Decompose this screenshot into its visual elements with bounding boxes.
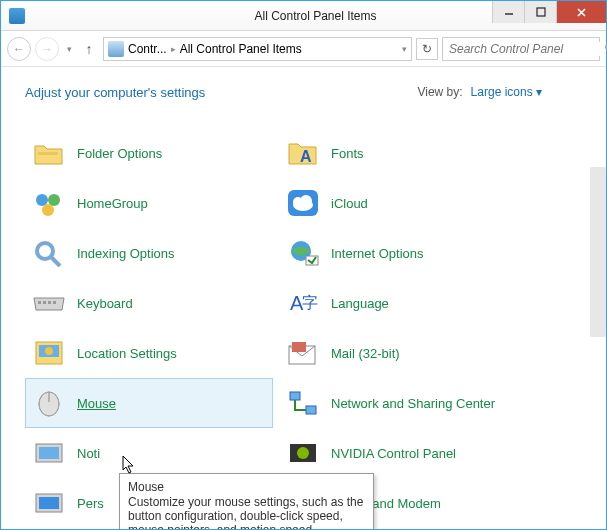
- close-button[interactable]: [556, 1, 606, 23]
- svg-rect-27: [306, 406, 316, 414]
- history-dropdown[interactable]: ▾: [63, 44, 75, 54]
- control-panel-item[interactable]: AFonts: [279, 128, 527, 178]
- navigation-bar: ← → ▾ ↑ Contr... ▸ All Control Panel Ite…: [1, 31, 606, 67]
- control-panel-item[interactable]: HomeGroup: [25, 178, 273, 228]
- tooltip: Mouse Customize your mouse settings, suc…: [119, 473, 374, 529]
- breadcrumb-separator: ▸: [171, 44, 176, 54]
- item-label: Mail (32-bit): [331, 346, 400, 361]
- location-icon: [31, 335, 67, 371]
- search-input[interactable]: [449, 42, 600, 56]
- control-panel-item[interactable]: Internet Options: [279, 228, 527, 278]
- svg-point-4: [48, 194, 60, 206]
- svg-point-9: [300, 195, 312, 207]
- svg-rect-16: [53, 301, 56, 304]
- item-label: Language: [331, 296, 389, 311]
- control-panel-item[interactable]: Location Settings: [25, 328, 273, 378]
- control-panel-item[interactable]: Noti: [25, 428, 273, 478]
- svg-point-10: [37, 243, 53, 259]
- language-icon: A字: [285, 285, 321, 321]
- item-label: Location Settings: [77, 346, 177, 361]
- item-label: Internet Options: [331, 246, 424, 261]
- internet-icon: [285, 235, 321, 271]
- svg-point-31: [297, 447, 309, 459]
- breadcrumb-2[interactable]: All Control Panel Items: [180, 42, 302, 56]
- control-panel-item[interactable]: NVIDIA Control Panel: [279, 428, 527, 478]
- item-label: Noti: [77, 446, 100, 461]
- svg-rect-0: [537, 8, 545, 16]
- item-label: iCloud: [331, 196, 368, 211]
- item-label: Folder Options: [77, 146, 162, 161]
- item-label: Pers: [77, 496, 104, 511]
- address-bar[interactable]: Contr... ▸ All Control Panel Items ▾: [103, 37, 412, 61]
- homegroup-icon: [31, 185, 67, 221]
- item-label: Fonts: [331, 146, 364, 161]
- indexing-icon: [31, 235, 67, 271]
- item-label: Network and Sharing Center: [331, 396, 495, 411]
- fonts-icon: A: [285, 135, 321, 171]
- minimize-button[interactable]: [492, 1, 524, 23]
- maximize-button[interactable]: [524, 1, 556, 23]
- network-icon: [285, 385, 321, 421]
- control-panel-item[interactable]: Folder Options: [25, 128, 273, 178]
- back-button[interactable]: ←: [7, 37, 31, 61]
- app-icon: [9, 8, 25, 24]
- address-icon: [108, 41, 124, 57]
- tooltip-body: Customize your mouse settings, such as t…: [128, 495, 365, 529]
- folder-icon: [31, 135, 67, 171]
- control-panel-window: All Control Panel Items ← → ▾ ↑ Contr...…: [0, 0, 607, 530]
- breadcrumb-1[interactable]: Contr...: [128, 42, 167, 56]
- refresh-button[interactable]: ↻: [416, 38, 438, 60]
- scrollbar-thumb[interactable]: [590, 167, 606, 337]
- nvidia-icon: [285, 435, 321, 471]
- item-label: NVIDIA Control Panel: [331, 446, 456, 461]
- svg-rect-33: [39, 497, 59, 509]
- mail-icon: [285, 335, 321, 371]
- view-by-label: View by:: [417, 85, 462, 99]
- svg-rect-13: [38, 301, 41, 304]
- item-label: HomeGroup: [77, 196, 148, 211]
- tooltip-title: Mouse: [128, 480, 365, 494]
- control-panel-item[interactable]: iCloud: [279, 178, 527, 228]
- view-by-value[interactable]: Large icons ▾: [471, 85, 542, 99]
- control-panel-item[interactable]: Mouse: [25, 378, 273, 428]
- mouse-icon: [31, 385, 67, 421]
- notification-icon: [31, 435, 67, 471]
- content-area: Adjust your computer's settings View by:…: [1, 67, 606, 529]
- svg-rect-23: [292, 342, 306, 352]
- svg-rect-1: [38, 152, 58, 155]
- svg-rect-14: [43, 301, 46, 304]
- control-panel-item[interactable]: Network and Sharing Center: [279, 378, 527, 428]
- svg-point-21: [45, 347, 53, 355]
- control-panel-item[interactable]: Mail (32-bit): [279, 328, 527, 378]
- personalization-icon: [31, 485, 67, 521]
- search-box[interactable]: 🔍: [442, 37, 600, 61]
- svg-text:字: 字: [302, 294, 318, 311]
- view-by: View by: Large icons ▾: [417, 85, 542, 99]
- forward-button[interactable]: →: [35, 37, 59, 61]
- control-panel-item[interactable]: Indexing Options: [25, 228, 273, 278]
- svg-rect-15: [48, 301, 51, 304]
- up-button[interactable]: ↑: [79, 39, 99, 59]
- address-dropdown[interactable]: ▾: [402, 44, 407, 54]
- cursor-icon: [120, 455, 138, 477]
- icloud-icon: [285, 185, 321, 221]
- svg-point-5: [42, 204, 54, 216]
- item-label: Mouse: [77, 396, 116, 411]
- items-grid: Folder OptionsAFontsHomeGroupiCloudIndex…: [25, 128, 606, 528]
- keyboard-icon: [31, 285, 67, 321]
- control-panel-item[interactable]: Keyboard: [25, 278, 273, 328]
- titlebar: All Control Panel Items: [1, 1, 606, 31]
- svg-rect-26: [290, 392, 300, 400]
- item-label: Keyboard: [77, 296, 133, 311]
- svg-rect-29: [39, 447, 59, 459]
- svg-text:A: A: [300, 148, 312, 165]
- item-label: Indexing Options: [77, 246, 175, 261]
- svg-point-3: [36, 194, 48, 206]
- control-panel-item[interactable]: A字Language: [279, 278, 527, 328]
